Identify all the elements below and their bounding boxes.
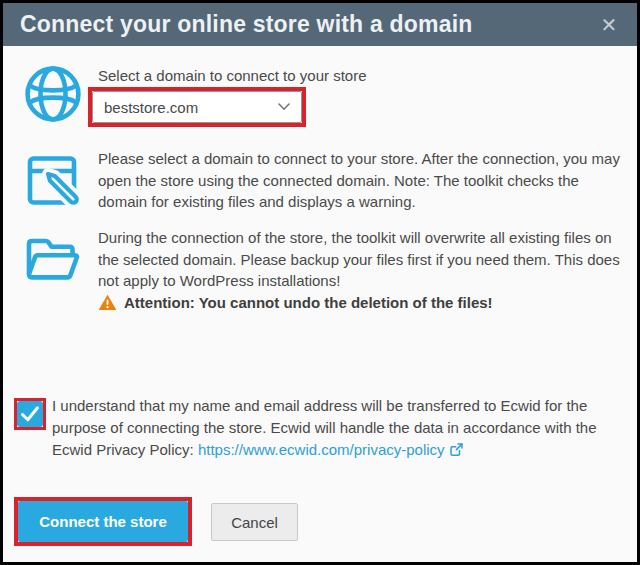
- overwrite-text: During the connection of the store, the …: [98, 227, 622, 292]
- globe-icon: [23, 64, 83, 128]
- open-folder-icon: [21, 229, 81, 293]
- domain-select-label: Select a domain to connect to your store: [98, 65, 366, 87]
- privacy-policy-link[interactable]: https://www.ecwid.com/privacy-policy: [198, 441, 445, 458]
- dialog-title: Connect your online store with a domain: [20, 11, 473, 38]
- consent-checkbox[interactable]: [17, 401, 43, 427]
- connect-store-button[interactable]: Connect the store: [18, 501, 188, 542]
- info-text: Please select a domain to connect to you…: [98, 148, 622, 213]
- dialog-header: Connect your online store with a domain …: [3, 3, 637, 46]
- annotation-box-connect-button: Connect the store: [14, 497, 192, 546]
- annotation-box-checkbox: [14, 398, 46, 430]
- warning-triangle-icon: [98, 294, 117, 311]
- attention-warning: Attention: You cannot undo the deletion …: [98, 294, 493, 311]
- attention-warning-text: Attention: You cannot undo the deletion …: [124, 294, 493, 311]
- external-link-icon: [449, 442, 464, 457]
- consent-text: I understand that my name and email addr…: [52, 395, 614, 461]
- cancel-button[interactable]: Cancel: [211, 503, 298, 541]
- domain-select-value: beststore.com: [104, 99, 198, 116]
- close-icon[interactable]: ✕: [595, 11, 623, 39]
- browser-edit-icon: [23, 149, 83, 213]
- dialog-connect-store: Connect your online store with a domain …: [0, 0, 640, 565]
- chevron-down-icon: [278, 103, 290, 111]
- annotation-box-domain-select: beststore.com: [88, 87, 306, 127]
- checkmark-icon: [17, 401, 43, 427]
- domain-select[interactable]: beststore.com: [92, 91, 302, 123]
